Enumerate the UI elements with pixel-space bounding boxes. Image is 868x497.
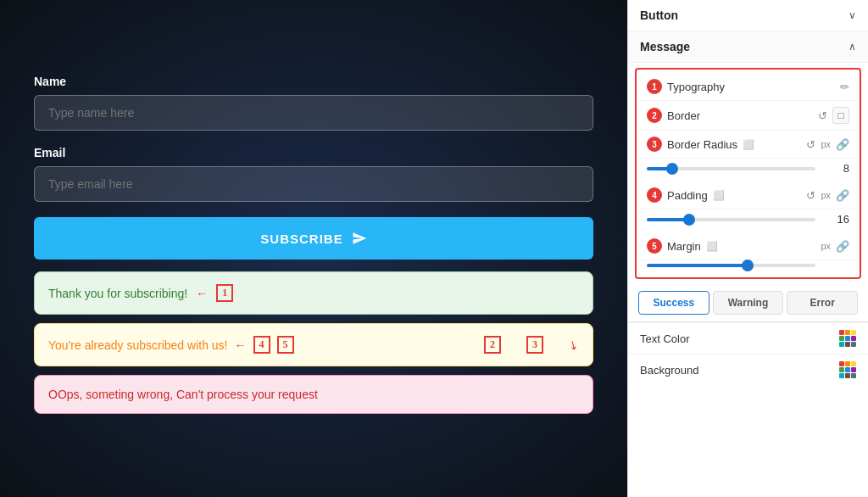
color-cell xyxy=(845,342,850,347)
border-radius-value: 8 xyxy=(822,162,849,175)
border-radius-label: Border Radius xyxy=(667,138,737,151)
padding-value: 16 xyxy=(822,213,849,226)
message-section-header: Message ∧ xyxy=(628,31,868,63)
margin-label-group: 5 Margin ⬜ xyxy=(647,238,718,254)
warning-arrow-left: ← xyxy=(235,338,247,352)
padding-slider-row: 16 xyxy=(637,209,860,232)
send-icon xyxy=(352,231,367,246)
text-color-grid-icon[interactable] xyxy=(839,330,856,347)
tab-warning[interactable]: Warning xyxy=(713,291,784,315)
margin-row: 5 Margin ⬜ px 🔗 xyxy=(637,232,860,260)
color-cell xyxy=(839,342,844,347)
border-label-group: 2 Border xyxy=(647,108,700,123)
border-radius-label-group: 3 Border Radius ⬜ xyxy=(647,137,754,152)
email-input[interactable] xyxy=(34,166,593,202)
margin-slider-container xyxy=(647,264,849,267)
margin-slider-fill xyxy=(647,264,748,267)
background-row: Background xyxy=(628,354,868,385)
bg-color-cell xyxy=(845,373,850,378)
padding-reset-icon[interactable]: ↺ xyxy=(806,189,815,202)
tab-error[interactable]: Error xyxy=(787,291,858,315)
button-section-header: Button ∨ xyxy=(628,0,868,31)
margin-link-icon[interactable]: 🔗 xyxy=(836,240,849,253)
margin-monitor-icon[interactable]: ⬜ xyxy=(706,241,718,252)
typography-edit-icon[interactable]: ✏ xyxy=(840,81,849,93)
badge-4: 4 xyxy=(647,187,662,203)
border-radius-slider-track[interactable] xyxy=(647,167,815,170)
border-square-icon[interactable]: □ xyxy=(832,107,849,124)
warning-annotation-2: 2 xyxy=(484,336,501,354)
error-message: OOps, someting wrong, Can't process your… xyxy=(34,375,593,414)
border-radius-icons: ↺ px 🔗 xyxy=(806,138,849,151)
margin-slider-track[interactable] xyxy=(647,264,815,267)
error-text: OOps, someting wrong, Can't process your… xyxy=(48,388,318,401)
color-cell xyxy=(851,336,856,341)
padding-slider-container: 16 xyxy=(647,213,849,226)
bg-color-cell xyxy=(839,367,844,372)
message-tabs: Success Warning Error xyxy=(628,284,868,321)
tab-success[interactable]: Success xyxy=(638,291,709,315)
bg-color-cell xyxy=(851,361,856,366)
margin-slider-thumb[interactable] xyxy=(742,260,754,271)
warning-annotation-3: 3 xyxy=(526,336,543,354)
form-container: Name Email SUBSCRIBE Thank you for subsc… xyxy=(34,75,593,422)
padding-px-label: px xyxy=(821,190,831,200)
color-cell xyxy=(851,342,856,347)
border-radius-link-icon[interactable]: 🔗 xyxy=(836,138,849,151)
preview-panel: Name Email SUBSCRIBE Thank you for subsc… xyxy=(0,0,627,497)
subscribe-button[interactable]: SUBSCRIBE xyxy=(34,217,593,260)
email-label: Email xyxy=(34,146,593,159)
properties-box: 1 Typography ✏ 2 Border ↺ □ 3 Border Rad… xyxy=(635,68,861,279)
border-row: 2 Border ↺ □ xyxy=(637,101,860,131)
subscribe-label: SUBSCRIBE xyxy=(260,232,342,246)
border-icons: ↺ □ xyxy=(818,107,849,124)
border-radius-slider-row: 8 xyxy=(637,159,860,181)
border-radius-px-label: px xyxy=(821,139,831,149)
bg-color-cell xyxy=(839,373,844,378)
border-radius-monitor-icon[interactable]: ⬜ xyxy=(743,139,754,150)
badge-3: 3 xyxy=(647,137,662,152)
color-cell xyxy=(845,336,850,341)
border-radius-row: 3 Border Radius ⬜ ↺ px 🔗 xyxy=(637,131,860,159)
bg-color-cell xyxy=(845,367,850,372)
button-chevron-down-icon[interactable]: ∨ xyxy=(849,9,856,21)
padding-link-icon[interactable]: 🔗 xyxy=(836,189,849,202)
badge-5: 5 xyxy=(647,238,662,254)
badge-1: 1 xyxy=(647,79,662,94)
padding-row: 4 Padding ⬜ ↺ px 🔗 xyxy=(637,181,860,209)
padding-label: Padding xyxy=(667,189,708,202)
typography-row: 1 Typography ✏ xyxy=(637,73,860,101)
border-label: Border xyxy=(667,109,700,122)
text-color-row: Text Color xyxy=(628,322,868,354)
bg-color-cell xyxy=(845,361,850,366)
padding-slider-thumb[interactable] xyxy=(683,214,695,226)
border-radius-reset-icon[interactable]: ↺ xyxy=(806,138,815,151)
margin-slider-row xyxy=(637,260,860,274)
warning-annotation-5: 5 xyxy=(277,336,294,354)
name-label: Name xyxy=(34,75,593,88)
bg-color-cell xyxy=(851,367,856,372)
name-input[interactable] xyxy=(34,95,593,131)
border-radius-slider-container: 8 xyxy=(647,162,849,175)
padding-label-group: 4 Padding ⬜ xyxy=(647,187,725,203)
message-chevron-up-icon[interactable]: ∧ xyxy=(849,41,856,53)
typography-label: Typography xyxy=(667,81,725,93)
margin-label: Margin xyxy=(667,240,701,253)
success-annotation: 1 xyxy=(216,284,233,302)
border-radius-slider-thumb[interactable] xyxy=(666,163,678,175)
margin-icons: px 🔗 xyxy=(821,240,849,253)
message-section-title: Message xyxy=(640,40,690,53)
padding-slider-track[interactable] xyxy=(647,218,815,221)
button-section-title: Button xyxy=(640,8,678,22)
warning-message: You're already subscribed with us! ← 4 5… xyxy=(34,323,593,366)
background-label: Background xyxy=(640,364,698,377)
badge-2: 2 xyxy=(647,108,662,123)
color-cell xyxy=(839,330,844,335)
padding-monitor-icon[interactable]: ⬜ xyxy=(713,190,725,201)
warning-text: You're already subscribed with us! xyxy=(48,338,228,352)
typography-label-group: 1 Typography xyxy=(647,79,725,94)
bg-color-cell xyxy=(839,361,844,366)
border-reset-icon[interactable]: ↺ xyxy=(818,109,827,122)
background-color-grid-icon[interactable] xyxy=(839,361,856,378)
bg-color-cell xyxy=(851,373,856,378)
